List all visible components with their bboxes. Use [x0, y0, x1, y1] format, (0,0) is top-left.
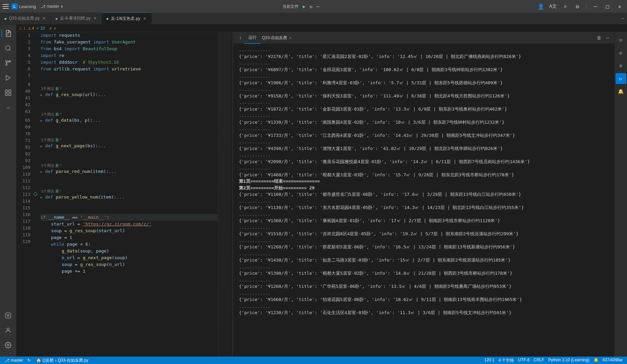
- tab-q33[interactable]: ● Q33-自如反爬.py ✕: [0, 12, 51, 24]
- minimize-button[interactable]: ─: [591, 2, 600, 11]
- status-file-name: Q33-自如反爬.py: [58, 358, 88, 363]
- warning-count: 1: [23, 26, 26, 31]
- terminal-line: ............: [239, 264, 609, 270]
- code-line-63: [40, 124, 218, 130]
- close-button[interactable]: ✕: [615, 2, 624, 11]
- status-language-label: Python 3.10 (Learning): [548, 358, 590, 362]
- code-line-3: from bs4 import BeautifulSoup: [40, 46, 218, 52]
- terminal-line: {'price': '¥9158/月', 'title': '保利天悦3居室',…: [239, 93, 609, 99]
- gutter: [33, 32, 38, 357]
- panel-clear-icon[interactable]: 🗑: [595, 34, 603, 41]
- status-cursor[interactable]: 637/4096м: [601, 358, 624, 362]
- annotation-g-res-soup: 2个用法 新 *: [40, 86, 218, 91]
- code-line-41: [40, 105, 218, 112]
- code-line-109: [40, 201, 218, 207]
- rsb-broadcast-icon[interactable]: ▷: [616, 73, 626, 84]
- translate-button[interactable]: A文: [548, 2, 558, 11]
- files-icon[interactable]: [1, 27, 15, 40]
- title-bar-left: L Learning ⎇ master ∨: [3, 3, 65, 9]
- accounts-icon[interactable]: [1, 324, 15, 337]
- refresh-icon[interactable]: ↻: [309, 4, 312, 9]
- rsb-remote-icon[interactable]: ⊡: [616, 35, 626, 46]
- fold-indicator-42[interactable]: ▶: [40, 119, 43, 122]
- fold-indicator-65[interactable]: ▶: [40, 144, 43, 148]
- run-debug-icon[interactable]: [1, 71, 15, 85]
- terminal-line: {'price': '¥1360/月', 'title': '康裕园4居室-01…: [239, 217, 609, 224]
- status-encoding[interactable]: UTF-8: [516, 358, 531, 362]
- terminal-line: ............: [239, 198, 609, 205]
- status-position-label: 120:1: [484, 358, 494, 362]
- panel-tab-file[interactable]: Q33-自如反爬 ✕: [262, 35, 291, 41]
- tab-q33-close[interactable]: ✕: [42, 16, 47, 21]
- status-sync-icon: ↻: [27, 358, 31, 363]
- terminal-line: {'price': '¥1260/月', 'title': '广华苑5居室-06…: [239, 283, 609, 290]
- manage-settings-icon[interactable]: [1, 338, 15, 352]
- url-link[interactable]: 'https://gz.ziroom.com/z/': [83, 221, 152, 226]
- terminal-panel: ↑ 运行 Q33-自如反爬 ✕ 🗑 ⋯ ............{'pri: [234, 32, 614, 357]
- status-notifications[interactable]: 🔔: [592, 358, 601, 362]
- branch-button[interactable]: ⎇ master ∨: [39, 3, 66, 9]
- collapse-icon[interactable]: ∨: [53, 26, 56, 31]
- terminal-output[interactable]: ............{'price': '¥2176/月', 'title'…: [234, 44, 614, 357]
- terminal-line: ............: [239, 211, 609, 218]
- editor-area: ⚠ 1 ⚠ 4 ✓ 10 ∧ ∨ 1 2 3 4 5: [16, 25, 627, 357]
- terminal-line: ............: [239, 86, 609, 93]
- main-layout: ⋯ ⚠ 1 ⚠ 4 ✓ 10 ∧ ∨: [0, 25, 627, 357]
- panel-tab-run-label: 运行: [248, 35, 256, 40]
- remote-icon[interactable]: [1, 309, 15, 322]
- tab-taobao1-label: 反-1淘宝热卖.py: [111, 16, 140, 22]
- code-line-120: [40, 275, 218, 281]
- annotation-g-next-page: 1个用法 新 *: [40, 137, 218, 143]
- tab-fanzhao9[interactable]: ● 反-9-看准招聘.py ✕: [51, 12, 102, 24]
- run-icon[interactable]: ▶: [303, 4, 305, 9]
- rsb-bell-icon[interactable]: 🔔: [616, 86, 626, 97]
- search-icon[interactable]: [1, 41, 15, 55]
- fold-indicator-71[interactable]: ▶: [40, 170, 43, 174]
- terminal-line: ............: [239, 290, 609, 297]
- code-content[interactable]: import requests from fake_useragent impo…: [38, 32, 218, 357]
- status-branch[interactable]: ⎇ master: [3, 357, 25, 364]
- fold-indicator-9[interactable]: ▶: [40, 93, 43, 97]
- svg-rect-9: [9, 93, 11, 96]
- tab-taobao1[interactable]: ● 反-1淘宝热卖.py ✕: [102, 12, 152, 24]
- tab-fanzhao9-close[interactable]: ✕: [92, 16, 98, 21]
- source-control-icon[interactable]: [1, 56, 15, 70]
- rsb-settings-icon[interactable]: ⚙: [616, 48, 626, 58]
- menu-icon[interactable]: [3, 4, 9, 9]
- status-indent[interactable]: 4 个空格: [496, 358, 516, 363]
- panel-tab-run[interactable]: 运行: [244, 32, 261, 44]
- tab-taobao1-close[interactable]: ✕: [142, 16, 147, 21]
- tab-more-button[interactable]: ⋯: [619, 12, 627, 24]
- title-bar: L Learning ⎇ master ∨ 当前文件 ▶ ↻ ⋯ 👤 A文 ⌕ …: [0, 0, 627, 13]
- code-line-71: ▶ def parse_red_num(item):...: [40, 168, 218, 175]
- rsb-layout-icon[interactable]: ⊞: [616, 60, 626, 71]
- maximize-button[interactable]: □: [603, 2, 612, 11]
- fold-indicator-93[interactable]: ▶: [40, 195, 43, 199]
- scroll-up-icon[interactable]: ↑: [236, 35, 244, 40]
- settings-button[interactable]: ⚙: [573, 2, 582, 11]
- code-line-4: import re: [40, 52, 218, 59]
- code-line-64: [40, 130, 218, 137]
- more-options-icon[interactable]: ⋯: [317, 4, 319, 9]
- status-sync[interactable]: ↻: [25, 357, 34, 364]
- search-button[interactable]: ⌕: [561, 2, 570, 11]
- svg-rect-10: [6, 313, 11, 318]
- warning-count-icon: ⚠: [19, 26, 23, 31]
- expand-icon[interactable]: ∧: [49, 26, 52, 31]
- tab-fanzhao9-icon: ●: [55, 16, 58, 21]
- terminal-line: {'price': '¥1130/月', 'title': '东方名郡花园4居室…: [239, 204, 609, 211]
- current-file-label: 当前文件: [282, 4, 299, 9]
- status-notif-icon: 🔔: [594, 358, 599, 362]
- status-line-ending[interactable]: CRLF: [531, 358, 546, 362]
- status-breadcrumb-text: Q反爬: [43, 358, 54, 363]
- panel-file-close[interactable]: ✕: [289, 36, 292, 40]
- status-position[interactable]: 120:1: [482, 358, 496, 362]
- status-language[interactable]: Python 3.10 (Learning): [546, 358, 592, 362]
- account-button[interactable]: 👤: [536, 2, 546, 11]
- terminal-line: {'price': '¥1660/月', 'title': '怡港花园5居室-0…: [239, 296, 609, 303]
- more-icon[interactable]: ⋯: [1, 101, 15, 114]
- extensions-icon[interactable]: [1, 86, 15, 99]
- check-count-icon: ✓: [36, 26, 39, 31]
- panel-tab-bar: ↑ 运行 Q33-自如反爬 ✕ 🗑 ⋯: [234, 32, 614, 44]
- panel-more-icon[interactable]: ⋯: [604, 34, 611, 41]
